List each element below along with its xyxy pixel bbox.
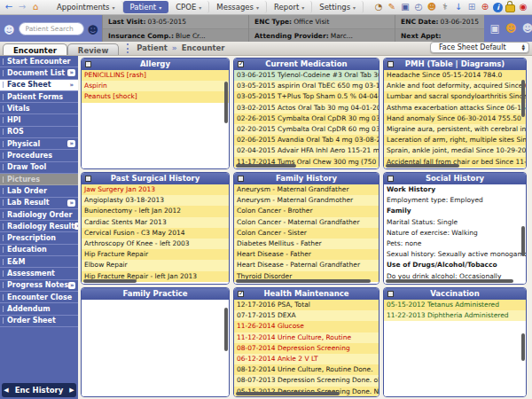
schedule-clock-icon[interactable]: ◴: [413, 2, 424, 12]
list-item[interactable]: Sexual history: Sexually active monogamo…: [384, 249, 526, 260]
horizontal-scrollbar[interactable]: [386, 279, 513, 283]
enc-history-next-icon[interactable]: ▶: [69, 387, 74, 394]
lock-icon[interactable]: [505, 4, 515, 12]
menu-patient[interactable]: Patient▾: [123, 1, 169, 13]
sidebar-item-document-list[interactable]: Document List»: [0, 67, 78, 79]
workstation-icon[interactable]: ▣: [400, 2, 411, 12]
list-item[interactable]: 11-12-2014 Urine Culture, Routine: [234, 332, 379, 343]
list-item[interactable]: 02-26-2015 Cymbalta Oral CpDR 30 mg 03-2…: [234, 113, 379, 124]
list-item[interactable]: 03-06-2015 Tylenol-Codeine #3 Oral Tab 3…: [234, 70, 379, 81]
list-item[interactable]: 05-15-2012 Tetanus Administered: [384, 300, 526, 310]
breadcrumb-patient[interactable]: Patient: [137, 43, 168, 52]
list-item[interactable]: Use of Drugs/Alcohol/Tobacco: [384, 260, 526, 270]
list-item[interactable]: 02-06-2015 Avandia Oral Tab 4 mg 03-08-2…: [234, 135, 379, 145]
pmh-checkbox[interactable]: [387, 61, 394, 67]
allergy-checkbox[interactable]: [85, 61, 91, 67]
menu-messages[interactable]: Messages▾: [209, 1, 267, 13]
breadcrumb-encounter[interactable]: Encounter: [182, 43, 225, 52]
sidebar-item-lab-order[interactable]: Lab Order: [0, 185, 78, 197]
sidebar-item-physical[interactable]: Physical»: [0, 138, 78, 150]
list-item[interactable]: Pets: none: [384, 239, 526, 249]
vertical-scrollbar[interactable]: [521, 226, 525, 256]
sidebar-item-radiology-order[interactable]: Radiology Order: [0, 209, 78, 221]
list-item[interactable]: Heart Disease - Paternal Grandfather: [234, 260, 379, 270]
sidebar-item-hpi[interactable]: HPI: [0, 114, 78, 126]
patient-alert-icon[interactable]: ☻: [505, 23, 517, 34]
horizontal-scrollbar[interactable]: [236, 392, 340, 395]
sidebar-item-draw-tool[interactable]: Draw Tool: [0, 162, 78, 174]
expand-badge-icon[interactable]: »: [67, 200, 75, 207]
list-item[interactable]: 12-17-2016 PSA, Total: [234, 300, 379, 310]
forward-arrow-icon[interactable]: →: [17, 2, 27, 12]
list-item[interactable]: Aneurysm - Maternal Grandmother: [234, 195, 379, 206]
list-item[interactable]: Lumbar and sacral spondyloarthritis Sinc…: [384, 91, 526, 102]
list-item[interactable]: 08-07-2014 Depression Screening: [234, 343, 379, 354]
list-item[interactable]: 06-12-2014 Ankle 2 V LT: [234, 354, 379, 364]
sidebar-item-e-m[interactable]: E&M: [0, 256, 78, 268]
list-item[interactable]: 02-04-2015 Advair HFA Inhl Aero 115-21 m…: [234, 145, 379, 156]
expand-badge-icon[interactable]: »: [67, 82, 75, 89]
list-item[interactable]: Angioplasty 03-18-2013: [82, 195, 229, 206]
expand-badge-icon[interactable]: »: [67, 140, 75, 147]
info-icon[interactable]: i: [493, 3, 503, 12]
back-arrow-icon[interactable]: ←: [4, 2, 14, 12]
list-item[interactable]: 11-26-2014 Glucose: [234, 321, 379, 332]
dashboard-gauge-icon[interactable]: ◔: [373, 2, 384, 12]
list-item[interactable]: Hand anomaly Since 06-30-2014 755.50: [384, 113, 526, 124]
list-item[interactable]: Family: [384, 206, 526, 216]
list-item[interactable]: Bunionectomy - left Jan 2012: [82, 206, 229, 216]
menu-settings[interactable]: Settings▾: [312, 1, 364, 13]
patient-search-input[interactable]: [19, 22, 84, 35]
health-maintenance-checkbox[interactable]: ✓: [238, 291, 244, 297]
list-item[interactable]: Aspirin: [82, 81, 229, 91]
vertical-scrollbar[interactable]: [521, 333, 525, 361]
list-item[interactable]: 07-17-2015 DEXA: [234, 310, 379, 321]
list-item[interactable]: Laceration of arm, right, multiple sites…: [384, 135, 526, 145]
sidebar-item-lab-result[interactable]: Lab Result»: [0, 198, 78, 209]
sidebar-item-face-sheet[interactable]: Face Sheet»: [0, 80, 78, 91]
list-item[interactable]: 03-05-2015 aspirin Oral TbEC 650 mg 03-1…: [234, 81, 379, 91]
enc-history-label[interactable]: Enc History: [15, 386, 64, 395]
expand-badge-icon[interactable]: »: [68, 282, 76, 289]
sidebar-item-ros[interactable]: ROS: [0, 127, 78, 138]
sidebar-item-prescription[interactable]: Prescription: [0, 232, 78, 244]
menu-cpoe[interactable]: CPOE▾: [168, 1, 209, 13]
lifebuoy-help-icon[interactable]: ⊕: [480, 2, 490, 12]
sidebar-item-radiology-result[interactable]: Radiology Result»: [0, 221, 78, 232]
copy-documents-icon[interactable]: ⊞: [466, 2, 477, 12]
social-history-checkbox[interactable]: [387, 176, 394, 182]
list-item[interactable]: Jaw Surgery Jan 2013: [82, 184, 229, 195]
patient-user-icon[interactable]: ☻: [426, 2, 437, 12]
list-item[interactable]: Arthroscopy Of Knee - left 2003: [82, 239, 229, 249]
list-item[interactable]: Colon Cancer - Brother: [234, 206, 379, 216]
sidebar-item-vitals[interactable]: Vitals: [0, 103, 78, 114]
compose-note-icon[interactable]: ✎: [387, 2, 397, 12]
sidebar-item-start-encounter[interactable]: Start Encounter: [0, 56, 78, 67]
list-item[interactable]: Cardiac Stents Mar 2013: [82, 217, 229, 228]
tab-encounter[interactable]: Encounter: [3, 43, 67, 55]
list-item[interactable]: Work History: [384, 184, 526, 195]
list-item[interactable]: 02-20-2015 Cymbalta Oral CpDR 60 mg 03-2…: [234, 124, 379, 135]
list-item[interactable]: Asthma exacerbation attacks Since 06-16-…: [384, 103, 526, 113]
list-item[interactable]: Sprain, ankle joint, medial Since 10-29-…: [384, 145, 526, 156]
sidebar-item-order-sheet[interactable]: Order Sheet: [0, 316, 78, 327]
expand-badge-icon[interactable]: »: [67, 69, 75, 76]
vaccination-checkbox[interactable]: [387, 291, 394, 297]
list-item[interactable]: 08-07-2013 Depression Screening Done. ok: [234, 375, 379, 386]
sidebar-item-progress-notes[interactable]: Progress Notes»: [0, 280, 78, 292]
horizontal-scrollbar[interactable]: [386, 164, 459, 168]
list-item[interactable]: Marital Status: Single: [384, 217, 526, 228]
list-item[interactable]: Employment type: Employed: [384, 195, 526, 206]
vertical-scrollbar[interactable]: [224, 82, 228, 123]
list-item[interactable]: 03-05-2015 T+Plus Top Sham 0.5 % 04-04-2…: [234, 91, 379, 102]
list-item[interactable]: Peanuts [shock]: [82, 91, 229, 102]
horizontal-scrollbar[interactable]: [236, 164, 296, 168]
stethoscope-icon[interactable]: ⚕: [440, 2, 450, 12]
sidebar-item-patient-forms[interactable]: Patient Forms: [0, 91, 78, 103]
list-item[interactable]: Cervical Fusion - C3 May 2014: [82, 228, 229, 239]
list-item[interactable]: Heart Disease - Father: [234, 249, 379, 260]
list-item[interactable]: 03-02-2015 Actos Oral Tab 30 mg 04-01-20…: [234, 103, 379, 113]
list-item[interactable]: Ankle and foot deformity, acquired Since…: [384, 81, 526, 91]
tab-review[interactable]: Review: [67, 43, 119, 55]
list-item[interactable]: Aneurysm - Maternal Grandfather: [234, 184, 379, 195]
